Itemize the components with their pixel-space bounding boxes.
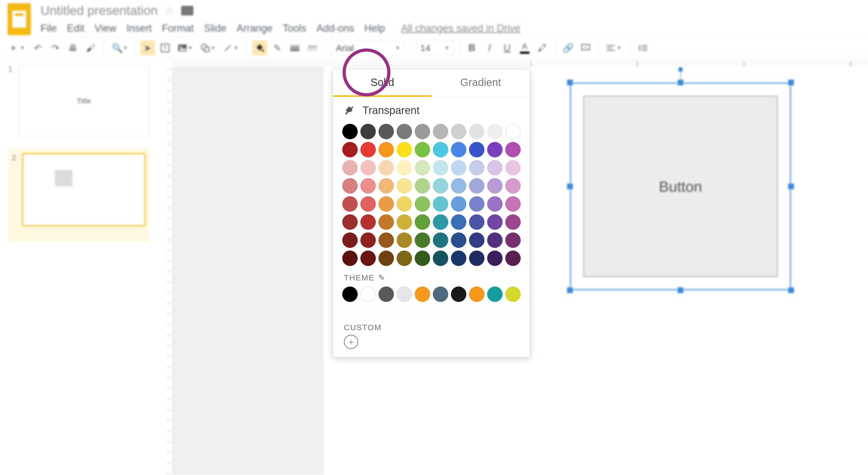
color-swatch[interactable] <box>487 142 503 157</box>
color-swatch[interactable] <box>397 124 412 139</box>
theme-color-swatch[interactable] <box>360 286 376 302</box>
theme-color-swatch[interactable] <box>378 286 394 302</box>
color-swatch[interactable] <box>342 178 358 194</box>
color-swatch[interactable] <box>415 124 430 139</box>
color-swatch[interactable] <box>505 214 521 230</box>
color-swatch[interactable] <box>505 160 521 176</box>
color-swatch[interactable] <box>469 196 485 212</box>
color-swatch[interactable] <box>397 232 412 248</box>
menu-view[interactable]: View <box>95 23 116 34</box>
color-swatch[interactable] <box>451 124 466 139</box>
color-swatch[interactable] <box>378 214 394 230</box>
border-color-button[interactable]: ✎ <box>270 40 285 55</box>
image-button[interactable]: ▼ <box>175 40 195 55</box>
color-swatch[interactable] <box>469 142 485 157</box>
zoom-button[interactable]: 🔍▼ <box>109 40 129 55</box>
color-swatch[interactable] <box>415 196 430 212</box>
color-swatch[interactable] <box>342 160 358 176</box>
color-swatch[interactable] <box>360 124 376 139</box>
color-swatch[interactable] <box>397 251 412 266</box>
resize-handle-s[interactable] <box>677 287 684 294</box>
color-swatch[interactable] <box>451 214 466 230</box>
shape-button[interactable]: ▼ <box>198 40 218 55</box>
text-color-button[interactable]: A <box>517 40 532 55</box>
color-swatch[interactable] <box>415 160 430 176</box>
highlight-button[interactable]: 🖍 <box>535 40 550 55</box>
textbox-button[interactable]: T <box>158 40 173 55</box>
color-swatch[interactable] <box>360 232 376 248</box>
color-swatch[interactable] <box>360 160 376 176</box>
color-swatch[interactable] <box>415 232 430 248</box>
underline-button[interactable]: U <box>500 40 515 55</box>
line-button[interactable]: ▼ <box>221 40 241 55</box>
theme-color-swatch[interactable] <box>505 286 521 302</box>
color-swatch[interactable] <box>415 142 430 157</box>
color-swatch[interactable] <box>451 160 466 176</box>
color-swatch[interactable] <box>487 160 503 176</box>
menu-edit[interactable]: Edit <box>67 23 84 34</box>
color-swatch[interactable] <box>505 142 521 157</box>
color-swatch[interactable] <box>342 124 358 139</box>
bold-button[interactable]: B <box>465 40 479 55</box>
color-swatch[interactable] <box>505 251 521 266</box>
color-swatch[interactable] <box>360 196 376 212</box>
menu-addons[interactable]: Add-ons <box>316 23 354 34</box>
undo-button[interactable]: ↶ <box>30 40 45 55</box>
color-swatch[interactable] <box>433 160 448 176</box>
color-swatch[interactable] <box>360 142 376 157</box>
resize-handle-ne[interactable] <box>787 79 795 86</box>
color-swatch[interactable] <box>469 214 485 230</box>
color-swatch[interactable] <box>505 124 521 139</box>
color-swatch[interactable] <box>342 232 358 248</box>
menu-slide[interactable]: Slide <box>204 23 227 34</box>
new-slide-button[interactable]: +▼ <box>7 40 28 55</box>
color-swatch[interactable] <box>433 251 448 266</box>
theme-color-swatch[interactable] <box>415 286 430 302</box>
resize-handle-w[interactable] <box>566 183 574 190</box>
theme-color-swatch[interactable] <box>451 286 466 302</box>
color-swatch[interactable] <box>433 178 448 194</box>
color-swatch[interactable] <box>397 178 412 194</box>
save-status[interactable]: All changes saved in Drive <box>401 23 520 34</box>
color-swatch[interactable] <box>505 232 521 248</box>
border-weight-button[interactable] <box>287 40 302 55</box>
select-tool-button[interactable]: ➤ <box>140 40 155 55</box>
resize-handle-sw[interactable] <box>566 287 574 294</box>
resize-handle-n[interactable] <box>677 79 684 86</box>
theme-color-swatch[interactable] <box>342 286 358 302</box>
color-swatch[interactable] <box>487 251 503 266</box>
color-swatch[interactable] <box>469 160 485 176</box>
theme-color-swatch[interactable] <box>487 286 503 302</box>
color-swatch[interactable] <box>397 142 412 157</box>
shape-body[interactable]: Button <box>583 96 778 277</box>
color-swatch[interactable] <box>378 160 394 176</box>
color-swatch[interactable] <box>451 232 466 248</box>
fill-color-button[interactable] <box>252 40 267 55</box>
color-swatch[interactable] <box>415 178 430 194</box>
align-button[interactable]: ▼ <box>604 40 624 55</box>
transparent-option[interactable]: Transparent <box>333 97 530 124</box>
redo-button[interactable]: ↷ <box>48 40 63 55</box>
color-swatch[interactable] <box>433 214 448 230</box>
resize-handle-e[interactable] <box>787 183 795 190</box>
color-swatch[interactable] <box>451 142 466 157</box>
color-swatch[interactable] <box>433 196 448 212</box>
color-swatch[interactable] <box>342 214 358 230</box>
line-spacing-button[interactable] <box>635 40 650 55</box>
color-swatch[interactable] <box>397 214 412 230</box>
font-size-select[interactable]: 14▼ <box>416 40 454 55</box>
italic-button[interactable]: I <box>482 40 497 55</box>
color-swatch[interactable] <box>360 251 376 266</box>
color-swatch[interactable] <box>487 124 503 139</box>
color-swatch[interactable] <box>451 251 466 266</box>
color-swatch[interactable] <box>415 214 430 230</box>
resize-handle-nw[interactable] <box>566 79 574 86</box>
color-swatch[interactable] <box>469 178 485 194</box>
color-swatch[interactable] <box>378 251 394 266</box>
color-swatch[interactable] <box>469 124 485 139</box>
color-swatch[interactable] <box>397 160 412 176</box>
theme-color-swatch[interactable] <box>397 286 412 302</box>
color-swatch[interactable] <box>487 196 503 212</box>
theme-color-swatch[interactable] <box>433 286 448 302</box>
color-swatch[interactable] <box>433 124 448 139</box>
